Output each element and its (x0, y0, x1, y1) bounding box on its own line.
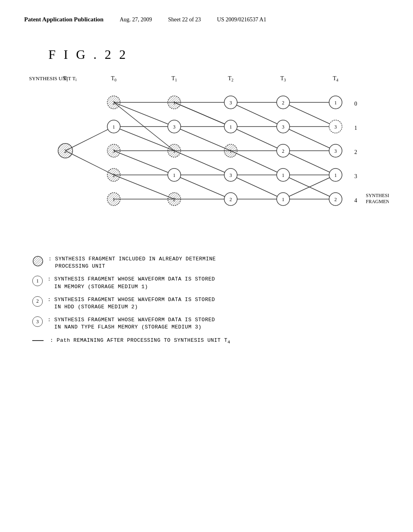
svg-text:1: 1 (282, 172, 284, 178)
legend-section: : SYNTHESIS FRAGMENT INCLUDED IN ALREADY… (24, 256, 389, 345)
legend-item-3: 3 : SYNTHESIS FRAGMENT WHOSE WAVEFORM DA… (32, 316, 389, 331)
svg-text:1: 1 (173, 148, 175, 154)
svg-text:2: 2 (113, 100, 115, 106)
svg-line-54 (174, 102, 231, 127)
legend-icon-2: 2 (32, 296, 43, 307)
svg-text:2: 2 (173, 197, 175, 202)
svg-text:3: 3 (113, 148, 115, 154)
svg-text:1: 1 (173, 100, 175, 106)
legend-text-2: : SYNTHESIS FRAGMENT WHOSE WAVEFORM DATA… (48, 296, 215, 311)
svg-text:1: 1 (334, 100, 337, 106)
svg-text:FRAGMENT: FRAGMENT (366, 199, 389, 204)
patent-label: Patent Application Publication (24, 16, 104, 23)
svg-line-37 (174, 151, 231, 175)
legend-item-hatched: : SYNTHESIS FRAGMENT INCLUDED IN ALREADY… (32, 256, 389, 270)
svg-text:T0: T0 (111, 75, 117, 82)
svg-text:1: 1 (229, 124, 232, 130)
svg-text:T4: T4 (333, 75, 338, 82)
svg-line-26 (65, 127, 114, 151)
svg-line-45 (174, 175, 231, 199)
svg-text:0: 0 (355, 101, 357, 107)
svg-line-39 (283, 151, 336, 175)
svg-text:2: 2 (64, 148, 67, 154)
svg-text:2: 2 (229, 197, 232, 202)
legend-text-1: : SYNTHESIS FRAGMENT WHOSE WAVEFORM DATA… (48, 276, 215, 290)
svg-line-34 (231, 127, 283, 151)
figure-title: F I G . 2 2 (48, 47, 389, 62)
svg-text:1: 1 (173, 172, 175, 178)
svg-text:1: 1 (355, 125, 357, 131)
svg-text:1: 1 (113, 197, 115, 202)
svg-text:3: 3 (334, 124, 337, 130)
svg-line-46 (231, 175, 283, 199)
header-sheet: Sheet 22 of 23 (168, 17, 201, 23)
header-number: US 2009/0216537 A1 (217, 17, 266, 23)
dash-line-icon (32, 340, 44, 341)
svg-text:3: 3 (334, 148, 337, 154)
svg-line-18 (114, 102, 174, 127)
svg-text:2: 2 (334, 197, 337, 202)
legend-icon-dash (32, 337, 44, 341)
legend-text-dash: : Path REMAINING AFTER PROCESSING TO SYN… (50, 337, 230, 345)
svg-line-32 (114, 127, 174, 151)
legend-icon-3: 3 (32, 316, 43, 327)
header-date: Aug. 27, 2009 (120, 17, 152, 23)
svg-line-38 (231, 151, 283, 175)
svg-line-35 (283, 127, 336, 151)
svg-text:3: 3 (282, 124, 284, 130)
circle-2: 2 (32, 296, 43, 307)
svg-text:2: 2 (355, 149, 357, 155)
diagram-svg: Ti T0 T1 T2 T3 T4 SYNTHESIS UNIT Ti 0 1 … (24, 70, 389, 239)
svg-text:T2: T2 (228, 75, 234, 82)
svg-line-36 (114, 151, 174, 175)
svg-point-109 (33, 256, 43, 266)
svg-text:T1: T1 (171, 75, 177, 82)
svg-text:SYNTHESIS UNIT Ti: SYNTHESIS UNIT Ti (29, 75, 77, 82)
legend-text-hatched: : SYNTHESIS FRAGMENT INCLUDED IN ALREADY… (48, 256, 216, 270)
svg-text:3: 3 (229, 172, 232, 178)
svg-line-20 (231, 102, 283, 127)
svg-text:1: 1 (229, 148, 232, 154)
legend-icon-1: 1 (32, 276, 43, 286)
svg-text:2: 2 (282, 100, 284, 106)
svg-text:T3: T3 (280, 75, 286, 82)
diagram-area: Ti T0 T1 T2 T3 T4 SYNTHESIS UNIT Ti 0 1 … (24, 70, 389, 239)
svg-line-21 (283, 102, 336, 127)
svg-text:2: 2 (282, 148, 284, 154)
svg-text:3: 3 (355, 173, 357, 179)
svg-text:2: 2 (113, 172, 115, 178)
svg-text:1: 1 (282, 197, 284, 202)
svg-line-33 (174, 127, 231, 151)
svg-line-44 (114, 175, 174, 199)
legend-icon-hatched (32, 256, 44, 267)
circle-1: 1 (32, 276, 43, 286)
legend-item-2: 2 : SYNTHESIS FRAGMENT WHOSE WAVEFORM DA… (32, 296, 389, 311)
svg-text:4: 4 (355, 197, 357, 204)
legend-text-3: : SYNTHESIS FRAGMENT WHOSE WAVEFORM DATA… (48, 316, 215, 331)
legend-item-dash: : Path REMAINING AFTER PROCESSING TO SYN… (32, 337, 389, 345)
page: Patent Application Publication Aug. 27, … (0, 0, 413, 532)
svg-text:1: 1 (113, 124, 115, 130)
svg-text:1: 1 (334, 172, 337, 178)
svg-text:3: 3 (229, 100, 232, 106)
svg-line-27 (65, 151, 114, 175)
legend-item-1: 1 : SYNTHESIS FRAGMENT WHOSE WAVEFORM DA… (32, 276, 389, 290)
page-header: Patent Application Publication Aug. 27, … (24, 16, 389, 23)
svg-text:SYNTHESIS: SYNTHESIS (366, 193, 389, 198)
svg-text:3: 3 (173, 124, 175, 130)
circle-3: 3 (32, 316, 43, 327)
